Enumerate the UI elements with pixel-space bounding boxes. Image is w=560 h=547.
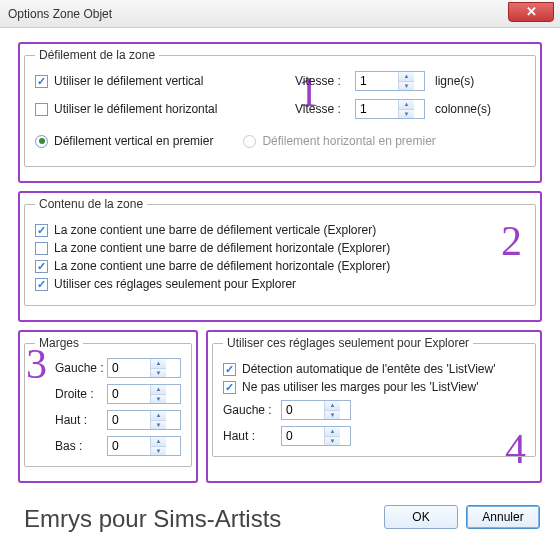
spin-e-left[interactable]: ▲▼ xyxy=(281,400,351,420)
checkbox-icon xyxy=(223,363,236,376)
highlight-4: 4 Utiliser ces réglages seulement pour E… xyxy=(206,330,542,483)
fieldset-content: Contenu de la zone La zone contient une … xyxy=(24,197,536,306)
label-m-right: Droite : xyxy=(55,387,107,401)
spin-down-icon[interactable]: ▼ xyxy=(151,369,166,378)
label-auto-header: Détection automatique de l'entête des 'L… xyxy=(242,362,495,376)
fieldset-scroll: Défilement de la zone Utiliser le défile… xyxy=(24,48,536,167)
check-content-3[interactable]: La zone contient une barre de défilement… xyxy=(35,259,525,273)
spin-m-left[interactable]: ▲▼ xyxy=(107,358,181,378)
window-title: Options Zone Objet xyxy=(8,7,112,21)
label-speed-h: Vitesse : xyxy=(295,102,355,116)
spin-m-bottom[interactable]: ▲▼ xyxy=(107,436,181,456)
checkbox-icon xyxy=(35,260,48,273)
input-e-left[interactable] xyxy=(282,401,324,419)
input-m-bottom[interactable] xyxy=(108,437,150,455)
spin-speed-h[interactable]: ▲▼ xyxy=(355,99,425,119)
checkbox-icon xyxy=(35,242,48,255)
cancel-label: Annuler xyxy=(482,510,523,524)
legend-margins: Marges xyxy=(35,336,83,350)
cancel-button[interactable]: Annuler xyxy=(466,505,540,529)
highlight-1: 1 Défilement de la zone Utiliser le défi… xyxy=(18,42,542,183)
button-row: OK Annuler xyxy=(384,505,540,529)
label-content-2: La zone contient une barre de défilement… xyxy=(54,241,390,255)
spin-speed-v[interactable]: ▲▼ xyxy=(355,71,425,91)
label-content-4: Utiliser ces réglages seulement pour Exp… xyxy=(54,277,296,291)
label-cols: colonne(s) xyxy=(435,102,525,116)
input-m-top[interactable] xyxy=(108,411,150,429)
check-use-vertical[interactable]: Utiliser le défilement vertical xyxy=(35,74,295,88)
label-content-3: La zone contient une barre de défilement… xyxy=(54,259,390,273)
titlebar: Options Zone Objet ✕ xyxy=(0,0,560,28)
checkbox-icon xyxy=(35,103,48,116)
legend-scroll: Défilement de la zone xyxy=(35,48,159,62)
label-speed-v: Vitesse : xyxy=(295,74,355,88)
dialog-content: 1 Défilement de la zone Utiliser le défi… xyxy=(0,28,560,543)
input-m-right[interactable] xyxy=(108,385,150,403)
input-speed-v[interactable] xyxy=(356,72,398,90)
checkbox-icon xyxy=(35,75,48,88)
label-e-left: Gauche : xyxy=(223,403,281,417)
fieldset-margins: Marges Gauche : ▲▼ Droite : ▲▼ Haut : ▲▼… xyxy=(24,336,192,467)
check-content-4[interactable]: Utiliser ces réglages seulement pour Exp… xyxy=(35,277,525,291)
label-m-top: Haut : xyxy=(55,413,107,427)
spin-up-icon[interactable]: ▲ xyxy=(151,411,166,421)
checkbox-icon xyxy=(35,224,48,237)
check-use-horizontal[interactable]: Utiliser le défilement horizontal xyxy=(35,102,295,116)
ok-button[interactable]: OK xyxy=(384,505,458,529)
legend-content: Contenu de la zone xyxy=(35,197,147,211)
highlight-3: 3 Marges Gauche : ▲▼ Droite : ▲▼ Haut : … xyxy=(18,330,198,483)
close-button[interactable]: ✕ xyxy=(508,2,554,22)
spin-down-icon[interactable]: ▼ xyxy=(325,411,340,420)
spin-up-icon[interactable]: ▲ xyxy=(325,401,340,411)
spin-down-icon[interactable]: ▼ xyxy=(151,447,166,456)
spin-down-icon[interactable]: ▼ xyxy=(325,437,340,446)
label-vertical-first: Défilement vertical en premier xyxy=(54,134,213,148)
label-use-horizontal: Utiliser le défilement horizontal xyxy=(54,102,217,116)
legend-explorer: Utiliser ces réglages seulement pour Exp… xyxy=(223,336,473,350)
highlight-2: 2 Contenu de la zone La zone contient un… xyxy=(18,191,542,322)
check-no-margins[interactable]: Ne pas utiliser les marges pour les 'Lis… xyxy=(223,380,525,394)
fieldset-explorer: Utiliser ces réglages seulement pour Exp… xyxy=(212,336,536,457)
label-m-bottom: Bas : xyxy=(55,439,107,453)
radio-horizontal-first: Défilement horizontal en premier xyxy=(243,134,435,148)
ok-label: OK xyxy=(412,510,429,524)
spin-e-top[interactable]: ▲▼ xyxy=(281,426,351,446)
check-auto-header[interactable]: Détection automatique de l'entête des 'L… xyxy=(223,362,525,376)
label-e-top: Haut : xyxy=(223,429,281,443)
spin-down-icon[interactable]: ▼ xyxy=(151,421,166,430)
label-m-left: Gauche : xyxy=(55,361,107,375)
spin-m-top[interactable]: ▲▼ xyxy=(107,410,181,430)
spin-up-icon[interactable]: ▲ xyxy=(399,72,414,82)
spin-up-icon[interactable]: ▲ xyxy=(325,427,340,437)
spin-up-icon[interactable]: ▲ xyxy=(151,385,166,395)
checkbox-icon xyxy=(35,278,48,291)
spin-up-icon[interactable]: ▲ xyxy=(151,359,166,369)
label-use-vertical: Utiliser le défilement vertical xyxy=(54,74,203,88)
input-m-left[interactable] xyxy=(108,359,150,377)
spin-up-icon[interactable]: ▲ xyxy=(399,100,414,110)
label-no-margins: Ne pas utiliser les marges pour les 'Lis… xyxy=(242,380,478,394)
label-content-1: La zone contient une barre de défilement… xyxy=(54,223,376,237)
label-lines: ligne(s) xyxy=(435,74,525,88)
radio-icon xyxy=(35,135,48,148)
check-content-1[interactable]: La zone contient une barre de défilement… xyxy=(35,223,525,237)
spin-down-icon[interactable]: ▼ xyxy=(399,110,414,119)
label-horizontal-first: Défilement horizontal en premier xyxy=(262,134,435,148)
spin-up-icon[interactable]: ▲ xyxy=(151,437,166,447)
close-icon: ✕ xyxy=(526,4,537,19)
radio-vertical-first[interactable]: Défilement vertical en premier xyxy=(35,134,213,148)
input-speed-h[interactable] xyxy=(356,100,398,118)
radio-icon xyxy=(243,135,256,148)
checkbox-icon xyxy=(223,381,236,394)
check-content-2[interactable]: La zone contient une barre de défilement… xyxy=(35,241,525,255)
spin-m-right[interactable]: ▲▼ xyxy=(107,384,181,404)
spin-down-icon[interactable]: ▼ xyxy=(399,82,414,91)
input-e-top[interactable] xyxy=(282,427,324,445)
spin-down-icon[interactable]: ▼ xyxy=(151,395,166,404)
